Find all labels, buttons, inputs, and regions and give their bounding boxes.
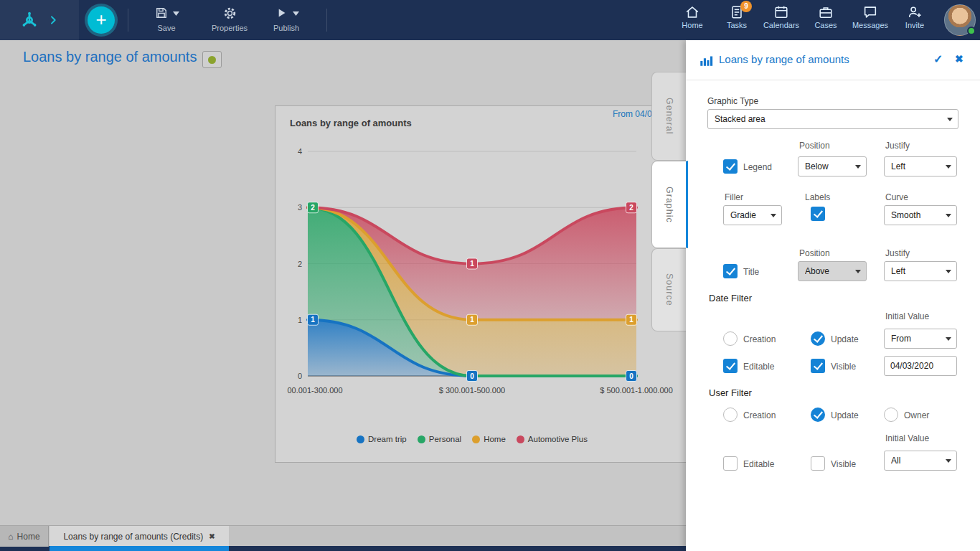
tab-general[interactable]: General bbox=[651, 72, 686, 161]
top-nav: Home 9 Tasks Calendars Cases Messages bbox=[670, 4, 937, 29]
nav-cases[interactable]: Cases bbox=[804, 4, 848, 29]
user-avatar[interactable] bbox=[944, 4, 976, 36]
home-glyph-icon: ⌂ bbox=[8, 532, 13, 542]
user-visible-checkbox[interactable] bbox=[811, 456, 825, 471]
legend-checkbox-label: Legend bbox=[743, 162, 772, 172]
properties-label: Properties bbox=[208, 24, 251, 32]
date-creation-label: Creation bbox=[743, 334, 776, 344]
title-position-select[interactable]: Above bbox=[798, 261, 867, 281]
title-checkbox[interactable] bbox=[723, 264, 738, 278]
user-initial-value-select[interactable]: All bbox=[884, 451, 957, 471]
status-options-button[interactable] bbox=[202, 51, 222, 68]
user-update-radio[interactable] bbox=[811, 408, 825, 422]
nav-home-label: Home bbox=[670, 21, 715, 29]
labels-checkbox[interactable] bbox=[811, 207, 825, 221]
graphic-type-select[interactable]: Stacked area bbox=[707, 109, 958, 129]
svg-text:1: 1 bbox=[298, 316, 302, 324]
active-tab-underline bbox=[50, 546, 229, 551]
svg-text:0: 0 bbox=[629, 372, 633, 380]
nav-cases-label: Cases bbox=[804, 21, 848, 29]
legend-item: Personal bbox=[418, 435, 461, 443]
nav-tasks[interactable]: 9 Tasks bbox=[715, 4, 759, 29]
home-icon bbox=[684, 4, 700, 20]
title-position-label: Position bbox=[799, 248, 830, 258]
legend-dot bbox=[357, 435, 364, 443]
graphic-settings-panel: Loans by range of amounts ✓ ✖ Graphic Ty… bbox=[686, 40, 980, 551]
top-bar: + Save Properties Publish bbox=[0, 0, 980, 40]
stacked-area-chart: 012341002111200.001-300.000$ 300.001-500… bbox=[275, 106, 705, 422]
svg-text:1: 1 bbox=[311, 316, 315, 324]
nav-calendars-label: Calendars bbox=[759, 21, 804, 29]
svg-text:4: 4 bbox=[298, 147, 302, 156]
nav-messages-label: Messages bbox=[848, 21, 892, 29]
user-creation-label: Creation bbox=[743, 410, 776, 420]
curve-label: Curve bbox=[885, 192, 908, 202]
bottom-tab-loans-label: Loans by range of amounts (Credits) bbox=[63, 532, 203, 542]
chart-card: Loans by range of amounts From 04/0 0123… bbox=[275, 105, 705, 463]
date-creation-radio[interactable] bbox=[723, 331, 738, 346]
title-checkbox-label: Title bbox=[743, 267, 759, 277]
invite-person-icon bbox=[907, 4, 923, 20]
tasks-badge: 9 bbox=[740, 1, 752, 12]
date-editable-label: Editable bbox=[743, 362, 774, 372]
publish-button[interactable]: Publish bbox=[258, 6, 314, 32]
expand-chevron-icon[interactable] bbox=[47, 14, 59, 26]
date-update-label: Update bbox=[831, 334, 859, 344]
legend-item: Home bbox=[472, 435, 506, 443]
curve-select[interactable]: Smooth bbox=[884, 205, 957, 225]
close-tab-icon[interactable]: ✖ bbox=[209, 532, 215, 540]
calendar-icon bbox=[773, 4, 789, 20]
legend-justify-label: Justify bbox=[885, 141, 910, 151]
save-caret-icon[interactable] bbox=[173, 11, 179, 16]
tab-graphic[interactable]: Graphic bbox=[651, 161, 688, 248]
sprocket-logo-icon bbox=[20, 11, 39, 29]
filler-label: Filler bbox=[725, 192, 743, 202]
date-visible-checkbox[interactable] bbox=[811, 359, 825, 373]
nav-invite[interactable]: Invite bbox=[892, 4, 937, 29]
publish-play-icon bbox=[274, 6, 288, 20]
nav-messages[interactable]: Messages bbox=[848, 4, 892, 29]
bottom-tab-loans[interactable]: Loans by range of amounts (Credits) ✖ bbox=[50, 526, 229, 547]
filler-select[interactable]: Gradie bbox=[723, 205, 782, 225]
legend-justify-select[interactable]: Left bbox=[884, 156, 957, 176]
online-status-dot bbox=[967, 27, 976, 35]
svg-text:$ 500.001-1.000.000: $ 500.001-1.000.000 bbox=[600, 386, 673, 395]
close-panel-icon[interactable]: ✖ bbox=[955, 53, 963, 65]
title-justify-label: Justify bbox=[885, 248, 910, 258]
legend-dot bbox=[418, 435, 425, 443]
date-value-input[interactable] bbox=[884, 356, 957, 376]
nav-home[interactable]: Home bbox=[670, 4, 715, 29]
legend-label: Automotive Plus bbox=[528, 435, 588, 443]
confirm-check-icon[interactable]: ✓ bbox=[933, 52, 943, 66]
date-update-radio[interactable] bbox=[811, 331, 825, 346]
bottom-tab-home[interactable]: ⌂ Home bbox=[0, 526, 49, 547]
user-visible-label: Visible bbox=[831, 459, 856, 469]
svg-text:1: 1 bbox=[470, 316, 474, 324]
user-creation-radio[interactable] bbox=[723, 408, 738, 422]
date-initial-value-select[interactable]: From bbox=[884, 329, 957, 349]
title-justify-select[interactable]: Left bbox=[884, 261, 957, 281]
legend-label: Dream trip bbox=[368, 435, 407, 443]
user-filter-section-label: User Filter bbox=[709, 387, 752, 398]
nav-calendars[interactable]: Calendars bbox=[759, 4, 804, 29]
tab-source[interactable]: Source bbox=[651, 248, 686, 331]
panel-title: Loans by range of amounts bbox=[719, 53, 849, 65]
properties-button[interactable]: Properties bbox=[208, 6, 251, 32]
legend-checkbox[interactable] bbox=[723, 159, 738, 174]
panel-divider bbox=[686, 80, 980, 80]
svg-text:2: 2 bbox=[298, 260, 302, 268]
user-owner-radio[interactable] bbox=[884, 408, 898, 422]
add-button[interactable]: + bbox=[88, 6, 115, 34]
user-editable-checkbox[interactable] bbox=[723, 456, 738, 471]
svg-text:2: 2 bbox=[311, 204, 315, 212]
gear-icon bbox=[222, 6, 237, 21]
date-editable-checkbox[interactable] bbox=[723, 359, 738, 373]
legend-position-label: Position bbox=[799, 141, 830, 151]
app-logo-zone[interactable] bbox=[0, 0, 79, 40]
save-button[interactable]: Save bbox=[141, 6, 192, 32]
user-initial-value-label: Initial Value bbox=[885, 433, 929, 443]
legend-position-select[interactable]: Below bbox=[798, 156, 867, 176]
publish-caret-icon[interactable] bbox=[293, 11, 299, 16]
toolbar-separator bbox=[128, 9, 128, 32]
chart-legend: Dream tripPersonalHomeAutomotive Plus bbox=[275, 435, 669, 443]
